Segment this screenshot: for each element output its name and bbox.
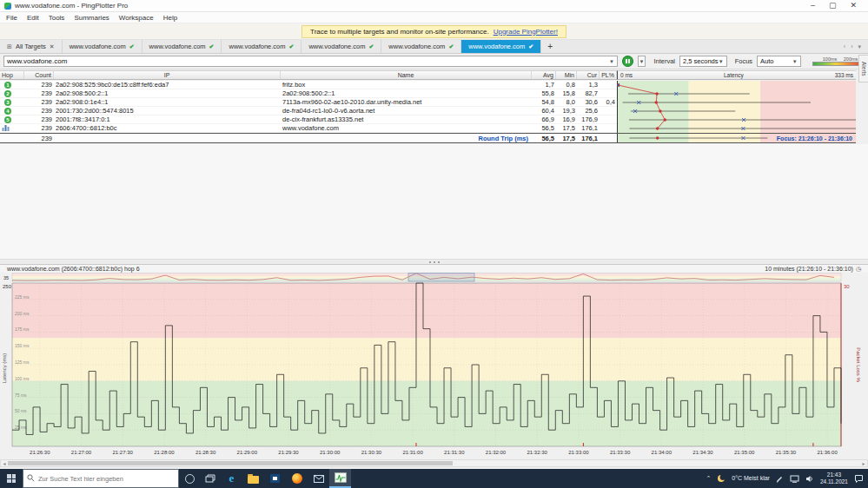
menu-item-edit[interactable]: Edit [27,14,39,22]
tab-scroll-left-icon[interactable]: ‹ [844,43,845,49]
svg-text:21:29:30: 21:29:30 [278,450,299,455]
alerts-panel-tab[interactable]: Alerts [858,55,868,82]
action-center-icon[interactable] [854,474,864,483]
menu-bar: FileEditToolsSummariesWorkspaceHelp [0,12,868,23]
window-title: www.vodafone.com - PingPlotter Pro [15,2,128,10]
latency-axis-max: 250 [3,284,12,289]
table-row-hop-3[interactable]: 32392a02:908:0:1e4::17113a-mx960-02-ae10… [0,98,617,107]
tab-label: All Targets [16,43,46,50]
cell-min: 19,3 [556,107,577,115]
svg-text:21:35:30: 21:35:30 [776,450,797,455]
pingplotter-taskbar-icon[interactable] [329,469,351,488]
task-view-button[interactable] [200,469,221,488]
column-header-cur[interactable]: Cur [577,71,600,79]
cell-name: de-cix-frankfurt.as13335.net [281,115,532,123]
menu-item-workspace[interactable]: Workspace [119,14,154,22]
chevron-down-icon[interactable]: ▼ [609,59,614,64]
column-header-ip[interactable]: IP [54,71,281,79]
store-icon[interactable] [264,469,286,488]
interval-select[interactable]: 2,5 seconds ▼ [679,56,727,67]
network-icon[interactable] [790,475,799,483]
close-tab-icon[interactable]: ✕ [50,43,55,50]
scroll-left-icon[interactable]: ◄ [1,460,8,466]
pen-icon[interactable] [776,475,784,483]
column-header-name[interactable]: Name [281,71,532,79]
svg-text:21:30:30: 21:30:30 [361,450,382,455]
scrollbar-thumb[interactable] [8,461,453,465]
tab-target-2[interactable]: www.vodafone.com✔ [142,40,222,53]
taskbar-clock[interactable]: 21:43 24.11.2021 [820,472,848,485]
target-value: www.vodafone.com [7,57,67,65]
latency-color-legend: 100ms 200ms [812,56,865,66]
latency-axis-label: Latency (ms) [2,353,7,384]
column-header-hop[interactable]: Hop [0,71,24,79]
minimize-button[interactable]: – [811,2,815,10]
menu-item-file[interactable]: File [6,14,17,22]
menu-item-tools[interactable]: Tools [49,14,65,22]
tab-target-3[interactable]: www.vodafone.com✔ [222,40,301,53]
svg-text:21:35:00: 21:35:00 [734,450,755,455]
file-explorer-icon[interactable] [242,469,264,488]
panel-splitter[interactable] [0,259,868,265]
check-icon: ✔ [448,43,454,50]
svg-text:150 ms: 150 ms [15,343,30,348]
table-row-hop-1[interactable]: 12392a02:908:525:9bc0:de15:c8ff:fef6:eda… [0,81,617,89]
cell-avg: 60,4 [532,107,556,115]
avg-marker [659,109,661,112]
menu-item-help[interactable]: Help [163,14,177,22]
add-tab-button[interactable]: + [541,40,559,53]
table-row-hop-5[interactable]: 52392001:7f8::3417:0:1de-cix-frankfurt.a… [0,115,617,124]
hidden-icons-chevron[interactable]: ⌃ [706,475,711,482]
cell-count: 239 [24,89,54,97]
table-row-hop-6[interactable]: 2392606:4700::6812:b0cwww.vodafone.com56… [0,124,617,133]
cell-cur: 30,6 [577,98,600,106]
time-scale-icon[interactable]: ◷ [856,266,861,273]
table-row-hop-2[interactable]: 22392a02:908:500:2::12a02:908:500:2::155… [0,89,617,98]
weather-text[interactable]: 0°C Meist klar [732,475,770,482]
column-header-min[interactable]: Min [556,71,577,79]
maximize-button[interactable]: ▢ [829,2,837,10]
upgrade-link[interactable]: Upgrade PingPlotter! [494,28,558,36]
weather-icon [717,474,726,483]
cell-count: 239 [24,115,54,123]
tab-all-targets[interactable]: ⊞ All Targets ✕ [0,40,63,53]
hop-cell: 5 [0,116,24,123]
target-input[interactable]: www.vodafone.com ▼ [3,56,618,67]
cell-avg: 54,8 [532,98,556,106]
taskbar-search[interactable] [23,469,179,488]
column-header-pl[interactable]: PL% [600,71,617,79]
tab-target-5[interactable]: www.vodafone.com✔ [381,40,461,53]
tab-target-6[interactable]: www.vodafone.com✔ [461,40,541,53]
legend-100ms: 100ms [823,56,838,62]
timeline-chart[interactable]: 25 ms50 ms75 ms100 ms125 ms150 ms175 ms2… [0,281,868,458]
column-header-avg[interactable]: Avg [532,71,556,79]
cortana-button[interactable] [179,469,200,488]
tab-target-4[interactable]: www.vodafone.com✔ [301,40,381,53]
round-trip-avg: 56,5 [532,135,556,142]
menu-item-summaries[interactable]: Summaries [74,14,109,22]
focus-region-box[interactable] [408,274,474,282]
tab-target-1[interactable]: www.vodafone.com✔ [63,40,142,53]
column-header-count[interactable]: Count [24,71,54,79]
mail-icon[interactable] [308,469,329,488]
start-button[interactable] [0,469,23,488]
cell-ip: 2001:7f8::3417:0:1 [54,115,281,123]
focus-select[interactable]: Auto ▼ [757,56,801,67]
tab-menu-icon[interactable]: ▾ [858,43,861,50]
scroll-right-icon[interactable]: ► [860,460,867,466]
edge-icon[interactable]: e [221,469,242,488]
timeline-scrollbar[interactable]: ◄ ► [0,459,868,467]
round-trip-row[interactable]: 239 Round Trip (ms) 56,5 17,5 176,1 [0,133,617,143]
close-button[interactable]: ✕ [850,2,857,10]
firefox-icon[interactable] [286,469,308,488]
round-trip-min: 17,5 [556,135,577,142]
volume-icon[interactable] [805,475,814,483]
start-trace-button[interactable] [622,56,633,67]
table-row-hop-4[interactable]: 42392001:730:2d00::5474:8015de-fra04d-rc… [0,107,617,115]
search-input[interactable] [23,475,178,483]
svg-text:125 ms: 125 ms [15,359,30,365]
clock-time: 21:43 [827,472,841,478]
trace-options-dropdown[interactable]: ▼ [638,56,646,67]
tab-scroll-right-icon[interactable]: › [851,43,852,49]
cell-min: 15,8 [556,89,577,97]
